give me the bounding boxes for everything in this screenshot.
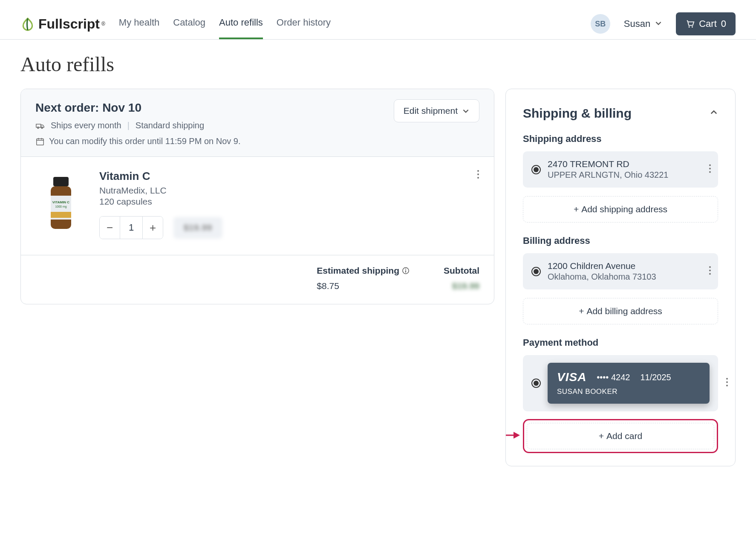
svg-point-3 xyxy=(38,127,39,128)
shipping-address-menu[interactable] xyxy=(709,164,711,175)
payment-method-label: Payment method xyxy=(523,337,718,348)
shipping-billing-panel: Shipping & billing Shipping address 2470… xyxy=(505,89,736,466)
svg-point-19 xyxy=(709,168,711,169)
svg-point-14 xyxy=(477,177,479,179)
est-shipping-label: Estimated shipping xyxy=(317,266,399,276)
qty-value: 1 xyxy=(120,217,142,239)
shipping-type: Standard shipping xyxy=(136,121,204,130)
svg-marker-28 xyxy=(514,432,520,439)
product-image: VITAMIN C 1000 mg xyxy=(35,170,87,242)
svg-rect-5 xyxy=(37,139,44,145)
order-card: Next order: Nov 10 Ships every month | S… xyxy=(20,89,494,304)
add-billing-address-button[interactable]: + Add billing address xyxy=(523,298,718,324)
svg-rect-17 xyxy=(405,270,406,272)
cart-label: Cart xyxy=(699,18,717,29)
plus-icon: + xyxy=(579,306,584,316)
ships-every: Ships every month xyxy=(51,121,121,130)
radio-selected-icon xyxy=(531,379,541,388)
user-menu[interactable]: Susan xyxy=(624,18,662,29)
brand-logo[interactable]: Fullscript® xyxy=(20,16,105,32)
chevron-up-icon xyxy=(710,108,718,117)
payment-card-menu[interactable] xyxy=(726,378,728,389)
svg-point-26 xyxy=(726,385,728,387)
svg-point-0 xyxy=(689,26,690,28)
svg-text:1000 mg: 1000 mg xyxy=(55,205,66,208)
item-price-hidden: $19.99 xyxy=(173,217,222,239)
subtotal-value-hidden: $19.99 xyxy=(444,281,479,291)
shipping-line2: UPPER ARLNGTN, Ohio 43221 xyxy=(548,170,668,180)
line-item: VITAMIN C 1000 mg Vitamin C NutraMedix, … xyxy=(21,157,494,255)
nav-auto-refills[interactable]: Auto refills xyxy=(219,9,263,39)
svg-rect-11 xyxy=(51,212,71,218)
subtotal-label: Subtotal xyxy=(444,266,479,276)
cart-icon xyxy=(685,19,695,29)
product-name: Vitamin C xyxy=(99,170,222,183)
edit-shipment-button[interactable]: Edit shipment xyxy=(394,99,479,122)
svg-point-25 xyxy=(726,382,728,383)
card-last4: •••• 4242 xyxy=(597,373,630,382)
credit-card-display: VISA •••• 4242 11/2025 SUSAN BOOKER xyxy=(548,363,710,404)
svg-point-20 xyxy=(709,171,711,173)
visa-logo: VISA xyxy=(557,370,586,384)
shipping-line1: 2470 TREMONT RD xyxy=(548,159,668,169)
leaf-icon xyxy=(20,17,35,31)
truck-icon xyxy=(35,121,45,130)
nav-order-history[interactable]: Order history xyxy=(277,9,331,39)
order-header: Next order: Nov 10 Ships every month | S… xyxy=(21,89,494,157)
add-shipping-address-button[interactable]: + Add shipping address xyxy=(523,196,718,223)
product-brand: NutraMedix, LLC xyxy=(99,185,222,196)
svg-point-18 xyxy=(709,164,711,166)
svg-point-22 xyxy=(709,269,711,271)
billing-line2: Oklahoma, Oklahoma 73103 xyxy=(548,272,656,282)
svg-point-16 xyxy=(405,269,406,269)
user-avatar[interactable]: SB xyxy=(591,14,610,34)
est-shipping-value: $8.75 xyxy=(317,281,410,291)
svg-point-1 xyxy=(692,26,693,28)
cart-button[interactable]: Cart 0 xyxy=(676,12,736,35)
user-name: Susan xyxy=(624,18,650,29)
billing-line1: 1200 Children Avenue xyxy=(548,261,656,271)
quantity-stepper: − 1 + xyxy=(99,216,163,239)
card-expiry: 11/2025 xyxy=(640,373,671,382)
chevron-down-icon xyxy=(655,18,662,29)
svg-point-4 xyxy=(41,127,43,128)
qty-increase-button[interactable]: + xyxy=(142,217,163,239)
cart-count: 0 xyxy=(721,18,726,29)
collapse-button[interactable] xyxy=(710,108,718,119)
cardholder-name: SUSAN BOOKER xyxy=(557,387,700,396)
billing-address-label: Billing address xyxy=(523,235,718,246)
nav-my-health[interactable]: My health xyxy=(119,9,159,39)
modify-note-text: You can modify this order until 11:59 PM… xyxy=(49,136,241,146)
qty-decrease-button[interactable]: − xyxy=(100,217,120,239)
svg-text:VITAMIN C: VITAMIN C xyxy=(52,200,70,204)
billing-address-menu[interactable] xyxy=(709,266,711,277)
svg-point-23 xyxy=(709,273,711,275)
annotation-arrow xyxy=(505,429,520,442)
payment-card-option[interactable]: VISA •••• 4242 11/2025 SUSAN BOOKER xyxy=(523,355,718,411)
nav-catalog[interactable]: Catalog xyxy=(173,9,205,39)
add-card-button[interactable]: + Add card xyxy=(527,423,714,449)
radio-selected-icon xyxy=(531,267,541,276)
shipping-address-option[interactable]: 2470 TREMONT RD UPPER ARLNGTN, Ohio 4322… xyxy=(523,151,718,188)
chevron-down-icon xyxy=(462,107,470,115)
panel-title: Shipping & billing xyxy=(523,106,632,121)
primary-nav: My health Catalog Auto refills Order his… xyxy=(119,9,331,39)
annotation-highlight: + Add card xyxy=(523,419,718,453)
radio-selected-icon xyxy=(531,165,541,174)
top-navbar: Fullscript® My health Catalog Auto refil… xyxy=(0,0,756,40)
plus-icon: + xyxy=(574,204,579,214)
billing-address-option[interactable]: 1200 Children Avenue Oklahoma, Oklahoma … xyxy=(523,253,718,289)
svg-rect-6 xyxy=(53,177,69,186)
plus-icon: + xyxy=(599,431,604,441)
svg-point-12 xyxy=(477,170,479,172)
svg-point-24 xyxy=(726,378,728,380)
page-title: Auto refills xyxy=(20,52,736,76)
brand-name: Fullscript xyxy=(38,16,100,32)
calendar-icon xyxy=(35,137,45,146)
order-totals: Estimated shipping $8.75 Subtotal $19.99 xyxy=(21,255,494,304)
item-menu-button[interactable] xyxy=(477,170,479,182)
svg-point-13 xyxy=(477,173,479,175)
info-icon[interactable] xyxy=(402,267,410,275)
svg-point-21 xyxy=(709,266,711,268)
shipping-address-label: Shipping address xyxy=(523,133,718,145)
